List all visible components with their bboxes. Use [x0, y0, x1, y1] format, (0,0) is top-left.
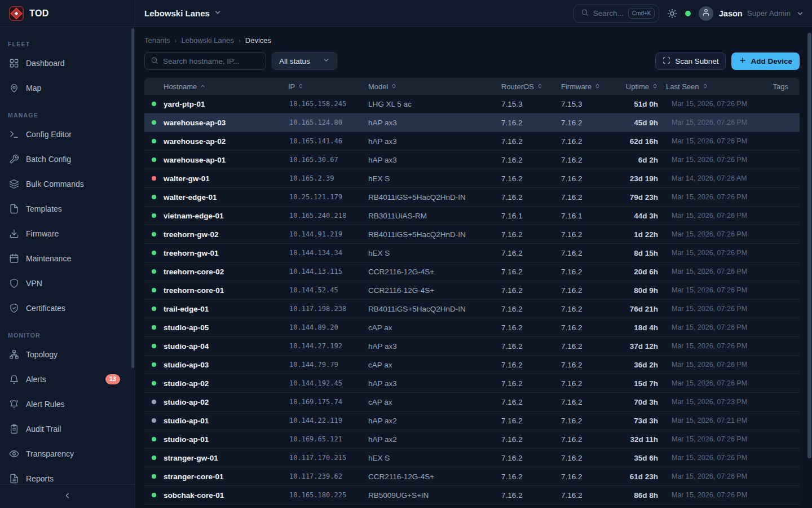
- column-header-firmware[interactable]: Firmware: [561, 82, 621, 91]
- cell-model: cAP ax: [368, 323, 501, 332]
- content: Tenants › Lebowski Lanes › Devices All s…: [135, 27, 812, 505]
- device-row-studio-ap-05[interactable]: studio-ap-0510.144.89.20cAP ax7.16.27.16…: [144, 318, 800, 337]
- cell-model: hEX S: [368, 454, 501, 462]
- cell-hostname: studio-ap-02: [164, 379, 288, 388]
- cell-firmware: 7.16.2: [561, 417, 621, 425]
- device-row-treehorn-core-01[interactable]: treehorn-core-0110.144.52.45CCR2116-12G-…: [144, 281, 800, 300]
- device-row-warehouse-ap-01[interactable]: warehouse-ap-0110.165.30.67hAP ax37.16.2…: [144, 151, 800, 169]
- sidebar-item-dashboard[interactable]: Dashboard: [0, 52, 135, 75]
- sidebar-item-config-editor[interactable]: Config Editor: [0, 123, 135, 146]
- device-row-sobchak-core-01[interactable]: sobchak-core-0110.165.180.225RB5009UG+S+…: [144, 486, 800, 505]
- sidebar-item-topology[interactable]: Topology: [0, 343, 135, 366]
- page-scrollbar-thumb[interactable]: [807, 33, 811, 458]
- cell-firmware: 7.16.2: [561, 379, 621, 388]
- calendar-icon: [9, 253, 19, 264]
- device-search-field[interactable]: [144, 52, 266, 70]
- cell-routeros: 7.16.2: [501, 193, 561, 202]
- sidebar-collapse-button[interactable]: [0, 484, 135, 508]
- sidebar-item-label: Config Editor: [26, 130, 72, 139]
- cell-firmware: 7.16.2: [561, 193, 621, 202]
- cell-firmware: 7.16.1: [561, 212, 621, 220]
- cell-model: hAP ax3: [368, 379, 501, 388]
- sidebar-item-label: Transparency: [26, 449, 74, 458]
- device-row-studio-ap-04[interactable]: studio-ap-0410.144.27.192hAP ax37.16.27.…: [144, 337, 800, 356]
- sidebar-item-templates[interactable]: Templates: [0, 198, 135, 220]
- device-row-yard-ptp-01[interactable]: yard-ptp-0110.165.158.245LHG XL 5 ac7.15…: [144, 95, 800, 113]
- breadcrumb-tenant-name[interactable]: Lebowski Lanes: [182, 36, 234, 45]
- device-row-studio-ap-02[interactable]: studio-ap-0210.169.175.74cAP ax7.16.27.1…: [144, 393, 800, 411]
- sidebar-item-label: Certificates: [26, 304, 65, 313]
- cell-routeros: 7.16.2: [501, 137, 561, 146]
- sidebar-item-alerts[interactable]: Alerts13: [0, 368, 135, 391]
- device-search-input[interactable]: [163, 57, 260, 65]
- cell-ip: 10.144.89.20: [288, 323, 368, 331]
- sidebar-item-bulk-commands[interactable]: Bulk Commands: [0, 173, 135, 195]
- scan-subnet-button[interactable]: Scan Subnet: [655, 52, 726, 70]
- device-row-trail-edge-01[interactable]: trail-edge-0110.117.198.238RB4011iGS+5Ha…: [144, 300, 800, 318]
- device-row-walter-edge-01[interactable]: walter-edge-0110.25.121.179RB4011iGS+5Ha…: [144, 188, 800, 207]
- cell-firmware: 7.16.2: [561, 435, 621, 444]
- sidebar-item-vpn[interactable]: VPN: [0, 272, 135, 295]
- column-header-uptime[interactable]: Uptime: [621, 82, 666, 91]
- column-header-routeros[interactable]: RouterOS: [501, 82, 561, 91]
- cell-hostname: stranger-gw-01: [164, 454, 288, 462]
- device-row-stranger-gw-01[interactable]: stranger-gw-0110.117.170.215hEX S7.16.27…: [144, 449, 800, 467]
- device-row-walter-gw-01[interactable]: walter-gw-0110.165.2.39hEX S7.16.27.16.2…: [144, 169, 800, 188]
- theme-toggle-sun-icon[interactable]: [667, 8, 677, 19]
- page-scrollbar[interactable]: [807, 0, 812, 481]
- cell-last-seen: Mar 15, 2026, 07:26 PM: [666, 156, 759, 164]
- cell-routeros: 7.16.2: [501, 323, 561, 332]
- device-row-studio-ap-01[interactable]: studio-ap-0110.169.65.121hAP ax27.16.27.…: [144, 430, 800, 449]
- topbar-right: Search... Cmd+K Jason Super Admin: [573, 5, 804, 23]
- sidebar-item-firmware[interactable]: Firmware: [0, 222, 135, 245]
- cell-firmware: 7.16.2: [561, 342, 621, 351]
- sidebar-scrollbar-thumb[interactable]: [131, 28, 134, 368]
- sidebar-item-maintenance[interactable]: Maintenance: [0, 247, 135, 270]
- cell-routeros: 7.16.2: [501, 491, 561, 500]
- device-row-vietnam-edge-01[interactable]: vietnam-edge-0110.165.240.218RB3011UiAS-…: [144, 207, 800, 225]
- device-row-warehouse-ap-02[interactable]: warehouse-ap-0210.165.141.46hAP ax37.16.…: [144, 132, 800, 151]
- sidebar-item-batch-config[interactable]: Batch Config: [0, 148, 135, 170]
- column-header-ip[interactable]: IP: [288, 82, 368, 91]
- cell-uptime: 45d 9h: [621, 119, 666, 127]
- add-device-button[interactable]: Add Device: [731, 52, 800, 70]
- cell-firmware: 7.16.2: [561, 323, 621, 332]
- sidebar-item-alert-rules[interactable]: Alert Rules: [0, 393, 135, 415]
- cell-hostname: warehouse-ap-03: [164, 119, 288, 127]
- bell-ring-icon: [9, 399, 19, 409]
- device-row-warehouse-ap-03[interactable]: warehouse-ap-0310.165.124.80hAP ax37.16.…: [144, 113, 800, 132]
- status-filter-value: All status: [279, 57, 310, 65]
- user-menu-chevron-icon[interactable]: [796, 10, 804, 17]
- cell-firmware: 7.16.2: [561, 472, 621, 481]
- device-row-stranger-core-01[interactable]: stranger-core-0110.117.239.62CCR2116-12G…: [144, 467, 800, 486]
- status-filter-select[interactable]: All status: [272, 52, 337, 70]
- sidebar-item-reports[interactable]: Reports: [0, 467, 135, 484]
- column-header-hostname[interactable]: Hostname: [164, 82, 288, 91]
- global-search[interactable]: Search... Cmd+K: [573, 5, 659, 23]
- sidebar-item-map[interactable]: Map: [0, 77, 135, 99]
- avatar[interactable]: [699, 6, 713, 21]
- sidebar-item-transparency[interactable]: Transparency: [0, 443, 135, 465]
- sidebar-item-audit-trail[interactable]: Audit Trail: [0, 418, 135, 440]
- cell-ip: 10.144.22.119: [288, 417, 368, 424]
- cell-model: cAP ax: [368, 398, 501, 406]
- topbar: Lebowski Lanes Search... Cmd+K: [135, 0, 812, 27]
- device-row-treehorn-gw-02[interactable]: treehorn-gw-0210.144.91.219RB4011iGS+5Ha…: [144, 225, 800, 244]
- cell-hostname: studio-ap-05: [164, 323, 288, 332]
- sidebar-item-certificates[interactable]: Certificates: [0, 297, 135, 319]
- cell-ip: 10.165.2.39: [288, 174, 368, 182]
- device-row-treehorn-core-02[interactable]: treehorn-core-0210.144.13.115CCR2116-12G…: [144, 262, 800, 281]
- tenant-switcher[interactable]: Lebowski Lanes: [144, 8, 222, 18]
- user-name: Jason: [719, 9, 743, 18]
- column-header-last-seen[interactable]: Last Seen: [666, 82, 759, 91]
- cell-uptime: 23d 19h: [621, 174, 666, 183]
- device-row-studio-ap-03[interactable]: studio-ap-0310.144.79.79cAP ax7.16.27.16…: [144, 356, 800, 374]
- cell-routeros: 7.16.2: [501, 454, 561, 462]
- cell-routeros: 7.16.2: [501, 249, 561, 257]
- device-row-treehorn-gw-01[interactable]: treehorn-gw-0110.144.134.34hEX S7.16.27.…: [144, 244, 800, 262]
- device-row-studio-ap-02[interactable]: studio-ap-0210.144.192.45hAP ax37.16.27.…: [144, 374, 800, 393]
- breadcrumb-tenants[interactable]: Tenants: [144, 36, 170, 45]
- status-dot-online: [152, 306, 156, 311]
- device-row-studio-ap-01[interactable]: studio-ap-0110.144.22.119hAP ax27.16.27.…: [144, 411, 800, 430]
- column-header-model[interactable]: Model: [368, 82, 501, 91]
